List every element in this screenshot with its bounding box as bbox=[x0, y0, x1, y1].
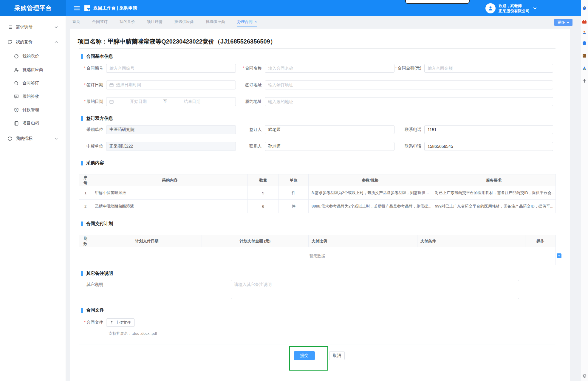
upload-label: 上传文件 bbox=[115, 320, 131, 325]
section-title: 其它备注说明 bbox=[86, 271, 113, 276]
col-spec: 参数/规格 bbox=[309, 174, 432, 186]
start-date-placeholder: 开始日期 bbox=[116, 99, 161, 104]
remarks-textarea[interactable] bbox=[231, 280, 519, 299]
shield-check-icon: T bbox=[14, 108, 19, 112]
sidebar-item-payment-management[interactable]: T 付款管理 bbox=[0, 103, 66, 117]
field-contract-file: *合同文件 上传文件 bbox=[76, 318, 135, 327]
upload-file-button[interactable]: 上传文件 bbox=[106, 318, 135, 327]
shield-icon[interactable] bbox=[582, 41, 587, 46]
section-title: 合同文件 bbox=[86, 307, 104, 313]
tab-select-supplier-2[interactable]: 挑选供应商 bbox=[206, 18, 225, 27]
sign-date-label: *签订日期 bbox=[76, 82, 106, 88]
app-header: 采购管理平台 返回工作台 | 采购申请 欢迎，武老师 正采股份有限公司 bbox=[0, 0, 581, 16]
required-mark: * bbox=[395, 66, 397, 70]
chat-bubble-icon bbox=[14, 94, 19, 99]
contract-name-label: *合同名称 bbox=[231, 66, 265, 71]
circle-target-icon bbox=[14, 54, 19, 59]
sidebar-item-acceptance[interactable]: 履约验收 bbox=[0, 90, 66, 103]
tab-home[interactable]: 首页 bbox=[72, 18, 80, 27]
required-mark: * bbox=[84, 82, 86, 87]
bookmark-tag-icon[interactable] bbox=[582, 6, 587, 10]
signer-input[interactable] bbox=[265, 125, 394, 134]
table-header-row: 序号 采购内容 数量 单位 参数/规格 服务要求 bbox=[79, 174, 556, 186]
required-mark: * bbox=[84, 320, 86, 325]
close-tab-icon[interactable]: × bbox=[255, 19, 257, 24]
upload-icon bbox=[110, 321, 114, 324]
toolbox-icon[interactable] bbox=[582, 19, 587, 24]
sidebar-item-select-supplier[interactable]: 挑选供应商 bbox=[0, 63, 66, 76]
section-accent-bar bbox=[81, 54, 83, 59]
tab-bar: 首页 合同签订 我的竞价 项目详情 挑选供应商 挑选供应商 办理合同× 更多 bbox=[66, 16, 581, 29]
contract-amount-input[interactable] bbox=[424, 64, 553, 73]
section-basic-info: 合同基本信息 bbox=[81, 54, 113, 59]
tab-handle-contract-active[interactable]: 办理合同× bbox=[237, 18, 257, 27]
phone-1-label: 联系电话 bbox=[386, 127, 424, 132]
payment-plan-table: 期数 计划支付日期 计划支付金额 (元) 支付比例 支付条件 操作 暂无数据 bbox=[79, 235, 556, 265]
more-button[interactable]: 更多 bbox=[554, 19, 572, 26]
sidebar-item-demand-research[interactable]: 需求调研 bbox=[0, 20, 66, 35]
cell-qty: 5 bbox=[248, 186, 279, 200]
sidebar-item-my-bidding-sub[interactable]: 我的竞价 bbox=[0, 49, 66, 63]
apps-grid-icon[interactable] bbox=[84, 5, 90, 11]
section-accent-bar bbox=[81, 222, 83, 226]
browser-extension-strip bbox=[581, 0, 588, 381]
tab-my-bidding[interactable]: 我的竞价 bbox=[120, 18, 135, 27]
field-sign-address: 签订地址 bbox=[231, 80, 553, 89]
user-badge-icon[interactable] bbox=[582, 30, 587, 35]
phone-1-input[interactable] bbox=[424, 125, 553, 134]
empty-state-text: 暂无数据 bbox=[79, 247, 556, 265]
col-service: 服务要求 bbox=[432, 174, 556, 186]
user-menu[interactable]: 欢迎，武老师 正采股份有限公司 bbox=[485, 0, 537, 16]
sidebar-item-my-tenders[interactable]: 我的招标 bbox=[0, 131, 66, 146]
palette-icon[interactable] bbox=[582, 53, 587, 58]
tab-project-detail[interactable]: 项目详情 bbox=[147, 18, 163, 27]
cell-no: 2 bbox=[79, 200, 92, 213]
col-pay-ratio: 支付比例 bbox=[309, 235, 417, 247]
field-phone-2: 联系电话 bbox=[386, 142, 553, 151]
perform-address-input[interactable] bbox=[265, 97, 553, 106]
calendar-icon bbox=[109, 100, 114, 104]
required-mark: * bbox=[84, 66, 86, 70]
welcome-line-2: 正采股份有限公司 bbox=[499, 8, 530, 13]
sidebar-item-label: 需求调研 bbox=[16, 24, 33, 30]
section-accent-bar bbox=[81, 116, 83, 121]
welcome-line-1: 欢迎，武老师 bbox=[499, 3, 530, 8]
back-to-workspace-link[interactable]: 返回工作台 | 采购申请 bbox=[93, 0, 137, 16]
field-phone-1: 联系电话 bbox=[386, 125, 553, 134]
contact-input[interactable] bbox=[265, 142, 394, 151]
purchase-content-table: 序号 采购内容 数量 单位 参数/规格 服务要求 1 甲醇中腈菌唑溶液 5 件 bbox=[79, 174, 556, 213]
phone-2-input[interactable] bbox=[424, 142, 553, 151]
contract-no-input[interactable] bbox=[106, 64, 236, 73]
sign-date-placeholder: 选择日期时间 bbox=[116, 82, 141, 88]
divider bbox=[79, 345, 555, 345]
field-perform-date: *履约日期 开始日期 至 结束日期 bbox=[76, 97, 236, 106]
annotation-highlight-box bbox=[289, 346, 328, 371]
range-separator: 至 bbox=[163, 99, 167, 104]
add-payment-row-button[interactable]: + bbox=[557, 253, 561, 258]
tab-contract-signing[interactable]: 合同签订 bbox=[92, 18, 108, 27]
cancel-button[interactable]: 取消 bbox=[329, 351, 345, 360]
svg-text:T: T bbox=[16, 109, 17, 111]
field-contract-amount: *合同金额(元) bbox=[386, 64, 553, 73]
section-title: 合同支付计划 bbox=[86, 221, 113, 227]
sidebar-item-my-bidding[interactable]: 我的竞价 bbox=[0, 35, 66, 49]
contract-file-label: *合同文件 bbox=[76, 320, 106, 325]
add-extension-icon[interactable] bbox=[582, 78, 587, 83]
sign-address-input[interactable] bbox=[265, 80, 553, 89]
sidebar-item-project-archive[interactable]: 项目归档 bbox=[0, 117, 66, 130]
list-icon bbox=[7, 25, 12, 30]
sidebar-item-contract-signing[interactable]: 合同签订 bbox=[0, 76, 66, 90]
section-title: 采购内容 bbox=[86, 160, 104, 166]
tab-select-supplier-1[interactable]: 挑选供应商 bbox=[174, 18, 194, 27]
hamburger-menu-icon[interactable] bbox=[74, 5, 80, 11]
perform-date-range-picker[interactable]: 开始日期 至 结束日期 bbox=[106, 97, 236, 106]
col-period: 期数 bbox=[79, 235, 92, 247]
contract-name-input[interactable] bbox=[265, 64, 394, 73]
cell-content: 甲醇中腈菌唑溶液 bbox=[92, 186, 248, 200]
sign-date-picker[interactable]: 选择日期时间 bbox=[106, 80, 236, 89]
settings-gear-icon[interactable] bbox=[582, 374, 587, 378]
send-triangle-icon[interactable] bbox=[582, 66, 587, 71]
sidebar-item-label: 我的招标 bbox=[16, 136, 33, 141]
required-mark: * bbox=[84, 99, 86, 104]
section-accent-bar bbox=[81, 161, 83, 165]
